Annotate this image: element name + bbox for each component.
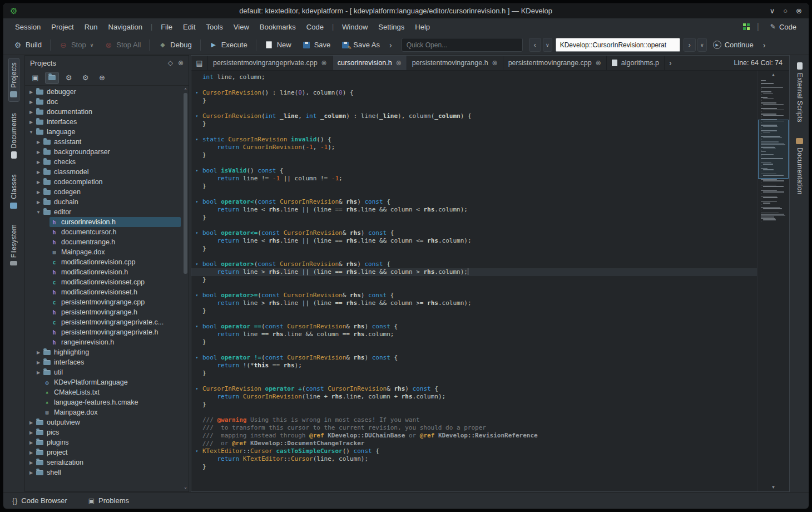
- code-line[interactable]: ▾bool operator>=(const CursorInRevision&…: [191, 292, 757, 299]
- scrollbar-thumb[interactable]: [184, 93, 187, 274]
- code-line[interactable]: return line < rhs.line || (line == rhs.l…: [191, 206, 757, 214]
- tree-item[interactable]: ◎KDevPlatformLanguage: [25, 377, 189, 387]
- code-editor[interactable]: int line, column;▾CursorInRevision() : l…: [191, 71, 757, 491]
- code-mode-button[interactable]: ✎ Code: [765, 21, 802, 33]
- menu-edit[interactable]: Edit: [178, 21, 200, 33]
- fold-arrow-icon[interactable]: ▾: [191, 136, 202, 144]
- fold-arrow-icon[interactable]: ▾: [191, 354, 202, 362]
- code-line[interactable]: }: [191, 370, 757, 377]
- tree-item[interactable]: ▶assistant: [25, 137, 189, 147]
- code-line[interactable]: [191, 377, 757, 385]
- editor-tab[interactable]: persistentmovingrange.h⊗: [407, 56, 503, 70]
- editor-tab[interactable]: persistentmovingrangeprivate.cpp⊗: [208, 56, 333, 70]
- sidebar-item-filesystem[interactable]: Filesystem: [8, 220, 19, 270]
- toolbar-overflow-icon[interactable]: ›: [386, 38, 395, 52]
- quick-open-input[interactable]: [402, 38, 523, 52]
- tree-item[interactable]: ▶classmodel: [25, 167, 189, 177]
- code-line[interactable]: }: [191, 151, 757, 159]
- tree-item[interactable]: hmodificationrevision.h: [25, 267, 189, 277]
- tree-item[interactable]: ▶project: [25, 447, 189, 457]
- fold-arrow-icon[interactable]: ▾: [191, 260, 202, 268]
- tab-scroll-right-icon[interactable]: ›: [665, 56, 676, 70]
- tree-item[interactable]: hdocumentrange.h: [25, 237, 189, 247]
- menu-view[interactable]: View: [229, 21, 254, 33]
- scroll-down-icon[interactable]: ▼: [757, 485, 789, 490]
- tree-item[interactable]: cpersistentmovingrange.cpp: [25, 297, 189, 307]
- code-line[interactable]: return !(*this == rhs);: [191, 362, 757, 370]
- tree-item[interactable]: ▤Mainpage.dox: [25, 247, 189, 257]
- sidebar-item-documents[interactable]: Documents: [8, 109, 19, 163]
- menu-navigation[interactable]: Navigation: [103, 21, 147, 33]
- expand-arrow-icon[interactable]: ▼: [34, 210, 42, 215]
- tree-item[interactable]: ▶codecompletion: [25, 177, 189, 187]
- minimize-icon[interactable]: ∨: [770, 7, 775, 15]
- expand-arrow-icon[interactable]: ▶: [27, 120, 35, 125]
- code-line[interactable]: return KTextEditor::Cursor(line, column)…: [191, 455, 757, 463]
- expand-arrow-icon[interactable]: ▶: [34, 170, 42, 175]
- fold-arrow-icon[interactable]: ▾: [191, 198, 202, 206]
- tree-item[interactable]: ▶backgroundparser: [25, 147, 189, 157]
- continue-button[interactable]: ▶Continue: [709, 38, 758, 52]
- expand-arrow-icon[interactable]: ▶: [34, 150, 42, 155]
- maximize-icon[interactable]: ○: [783, 7, 788, 15]
- tab-close-icon[interactable]: ⊗: [321, 59, 327, 67]
- tree-item[interactable]: ▶codegen: [25, 187, 189, 197]
- sidebar-item-projects[interactable]: Projects: [8, 58, 19, 102]
- code-line[interactable]: }: [191, 463, 757, 471]
- menu-settings[interactable]: Settings: [373, 21, 409, 33]
- stop-all-button[interactable]: Stop All: [100, 38, 145, 52]
- code-line[interactable]: [191, 105, 757, 112]
- code-line[interactable]: return CursorInRevision(line + rhs.line,…: [191, 393, 757, 401]
- close-panel-icon[interactable]: ⊗: [178, 59, 184, 67]
- fold-arrow-icon[interactable]: ▾: [191, 229, 202, 237]
- menu-project[interactable]: Project: [46, 21, 78, 33]
- expand-arrow-icon[interactable]: ▶: [27, 460, 35, 465]
- code-line[interactable]: ▾CursorInRevision(int _line, int _column…: [191, 112, 757, 120]
- minimap-viewport[interactable]: [758, 120, 789, 179]
- code-line[interactable]: [191, 190, 757, 198]
- sidebar-item-external-scripts[interactable]: External Scripts: [794, 58, 805, 127]
- fold-arrow-icon[interactable]: ▾: [191, 447, 202, 455]
- code-browser-button[interactable]: { } Code Browser: [12, 496, 67, 505]
- code-line[interactable]: [191, 315, 757, 323]
- code-line[interactable]: /// to transform this cursor to the curr…: [191, 424, 757, 432]
- code-line[interactable]: [191, 159, 757, 167]
- save-button[interactable]: Save: [298, 38, 335, 52]
- tree-item[interactable]: ▶documentation: [25, 107, 189, 117]
- code-line[interactable]: int line, column;: [191, 73, 757, 81]
- tree-item[interactable]: ▶plugins: [25, 437, 189, 447]
- expand-arrow-icon[interactable]: ▶: [34, 200, 42, 205]
- code-line[interactable]: }: [191, 338, 757, 346]
- editor-tab[interactable]: persistentmovingrange.cpp⊗: [503, 56, 607, 70]
- code-line[interactable]: }: [191, 120, 757, 128]
- build-button[interactable]: Build: [9, 38, 46, 52]
- code-line[interactable]: [191, 284, 757, 292]
- expand-arrow-icon[interactable]: ▶: [27, 110, 35, 115]
- problems-button[interactable]: ▣ Problems: [88, 496, 129, 505]
- tree-item[interactable]: cpersistentmovingrangeprivate.c...: [25, 317, 189, 327]
- float-panel-icon[interactable]: ◇: [168, 59, 173, 67]
- code-line[interactable]: return line > rhs.line || (line == rhs.l…: [191, 299, 757, 307]
- save-as-button[interactable]: Save As: [336, 38, 384, 52]
- code-line[interactable]: }: [191, 307, 757, 315]
- open-project-config-icon[interactable]: ▣: [28, 72, 42, 84]
- tree-item[interactable]: ▶duchain: [25, 197, 189, 207]
- editor-tab[interactable]: cursorinrevision.h⊗: [333, 56, 407, 70]
- fold-arrow-icon[interactable]: ▾: [191, 292, 202, 299]
- menu-help[interactable]: Help: [410, 21, 435, 33]
- tree-item[interactable]: ▤Mainpage.dox: [25, 407, 189, 417]
- code-line[interactable]: return line == rhs.line && column == rhs…: [191, 331, 757, 338]
- menu-tools[interactable]: Tools: [201, 21, 228, 33]
- expand-arrow-icon[interactable]: ▶: [34, 160, 42, 165]
- code-line[interactable]: return CursorInRevision(-1, -1);: [191, 144, 757, 151]
- tree-item[interactable]: hpersistentmovingrange.h: [25, 307, 189, 317]
- tree-item[interactable]: cmodificationrevision.cpp: [25, 257, 189, 267]
- expand-arrow-icon[interactable]: ▶: [27, 430, 35, 435]
- code-line[interactable]: }: [191, 401, 757, 408]
- locate-current-document-icon[interactable]: [45, 72, 59, 84]
- document-list-icon[interactable]: ▤: [191, 56, 208, 70]
- code-line[interactable]: ▾static CursorInRevision invalid() {: [191, 136, 757, 144]
- vcs-update-icon[interactable]: ⚙: [62, 72, 76, 84]
- expand-arrow-icon[interactable]: ▶: [27, 100, 35, 105]
- expand-arrow-icon[interactable]: ▶: [34, 190, 42, 195]
